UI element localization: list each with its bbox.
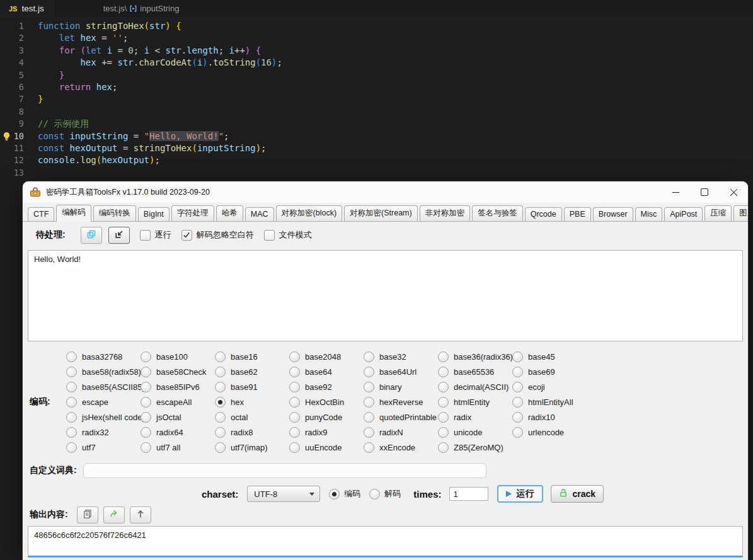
tab-string-process[interactable]: 字符处理 xyxy=(171,205,214,221)
radio-binary[interactable]: binary xyxy=(364,382,438,392)
tab-asymmetric[interactable]: 非对称加密 xyxy=(420,205,471,221)
editor-tab-testjs[interactable]: JS test.js xyxy=(0,0,54,17)
maximize-button[interactable] xyxy=(690,181,719,203)
radio-hex[interactable]: hex xyxy=(215,397,289,408)
code-line: 11const hexOutput = stringToHex(inputStr… xyxy=(0,142,753,154)
radio-base16[interactable]: base16 xyxy=(215,351,289,362)
radio-radix10[interactable]: radix10 xyxy=(512,412,587,423)
checkbox-[interactable]: 文件模式 xyxy=(264,229,312,241)
radio-base85ipv6[interactable]: base85IPv6 xyxy=(141,382,215,392)
charset-dropdown[interactable]: UTF-8 xyxy=(247,486,320,502)
tab-symmetric-stream[interactable]: 对称加密(Stream) xyxy=(344,205,418,221)
preprocess-label: 待处理: xyxy=(36,229,66,241)
radio-base2048[interactable]: base2048 xyxy=(289,351,364,362)
breadcrumb[interactable]: test.js\ inputString xyxy=(103,4,180,13)
window-titlebar[interactable]: 密码学工具箱ToolsFx v1.17.0 build 2023-09-20 xyxy=(23,181,748,203)
radio-base92[interactable]: base92 xyxy=(289,382,364,392)
radio-punycode[interactable]: punyCode xyxy=(289,412,364,423)
code-line: 4 hex += str.charCodeAt(i).toString(16); xyxy=(0,57,753,69)
tab-codec[interactable]: 编解码 xyxy=(56,205,91,222)
radio-base91[interactable]: base91 xyxy=(215,382,289,392)
radio-radix9[interactable]: radix9 xyxy=(289,427,364,438)
radio-base85-ascii85[interactable]: base85(ASCII85) xyxy=(66,382,141,392)
radio-escapeall[interactable]: escapeAll xyxy=(141,397,215,408)
radio-radix32[interactable]: radix32 xyxy=(66,427,141,438)
tab-signature[interactable]: 签名与验签 xyxy=(472,205,523,221)
radio-radixn[interactable]: radixN xyxy=(364,427,438,438)
times-input[interactable] xyxy=(449,487,488,501)
mode-encode-radio[interactable]: 编码 xyxy=(329,488,360,500)
lightbulb-icon[interactable] xyxy=(2,132,11,141)
tab-compression[interactable]: 压缩 xyxy=(704,205,732,221)
toolsfx-window: 密码学工具箱ToolsFx v1.17.0 build 2023-09-20 C… xyxy=(23,181,748,560)
radio-utf7-imap[interactable]: utf7(imap) xyxy=(215,442,289,453)
radio-unicode[interactable]: unicode xyxy=(438,427,512,438)
copy-output-button[interactable] xyxy=(77,506,98,523)
crack-button[interactable]: crack xyxy=(551,485,604,503)
dict-input[interactable] xyxy=(83,463,486,478)
radio-urlencode[interactable]: urlencode xyxy=(512,427,587,438)
radio-base62[interactable]: base62 xyxy=(215,367,289,377)
tab-encoding-conversion[interactable]: 编码转换 xyxy=(93,205,136,221)
radio-z85-zeromq[interactable]: Z85(ZeroMQ) xyxy=(438,442,512,453)
move-up-button[interactable] xyxy=(130,506,151,523)
radio-jsoctal[interactable]: jsOctal xyxy=(141,412,215,423)
radio-decimal-ascii[interactable]: decimal(ASCII) xyxy=(438,382,512,392)
line-number: 3 xyxy=(0,45,24,57)
tab-ctf[interactable]: CTF xyxy=(28,207,54,221)
radio-utf7-all[interactable]: utf7 all xyxy=(141,442,215,453)
radio-quotedprintable[interactable]: quotedPrintable xyxy=(364,412,438,423)
output-textarea[interactable]: 48656c6c6f2c20576f726c6421 xyxy=(28,526,743,557)
line-number: 5 xyxy=(0,69,24,81)
tab-bigint[interactable]: BigInt xyxy=(138,207,170,221)
code-area[interactable]: 1function stringToHex(str) {2 let hex = … xyxy=(0,17,753,179)
radio-base58check[interactable]: base58Check xyxy=(141,367,215,377)
run-button[interactable]: 运行 xyxy=(497,485,543,503)
radio-octal[interactable]: octal xyxy=(215,412,289,423)
radio-ecoji[interactable]: ecoji xyxy=(512,382,587,392)
radio-base64[interactable]: base64 xyxy=(289,367,364,377)
tab-hash[interactable]: 哈希 xyxy=(216,205,243,221)
tab-qrcode[interactable]: Qrcode xyxy=(525,207,562,221)
radio-base69[interactable]: base69 xyxy=(512,367,587,377)
radio-base65536[interactable]: base65536 xyxy=(438,367,512,377)
radio-htmlentity[interactable]: htmlEntity xyxy=(438,397,512,408)
chevron-down-icon xyxy=(309,493,314,496)
line-number: 6 xyxy=(0,81,24,93)
tab-browser[interactable]: Browser xyxy=(593,207,633,221)
radio-basa32768[interactable]: basa32768 xyxy=(66,351,141,362)
radio-radix8[interactable]: radix8 xyxy=(215,427,289,438)
radio-base58-radix58[interactable]: base58(radix58) xyxy=(66,367,141,377)
radio-hexoctbin[interactable]: HexOctBin xyxy=(289,397,364,408)
close-button[interactable] xyxy=(719,181,748,203)
radio-uuencode[interactable]: uuEncode xyxy=(289,442,364,453)
input-textarea[interactable]: Hello, World! xyxy=(28,250,743,341)
tab-misc[interactable]: Misc xyxy=(635,207,663,221)
minimize-icon xyxy=(672,192,679,193)
radio-base64url[interactable]: base64Url xyxy=(364,367,438,377)
radio-radix[interactable]: radix xyxy=(438,412,512,423)
radio-escape[interactable]: escape xyxy=(66,397,141,408)
radio-base32[interactable]: base32 xyxy=(364,351,438,362)
radio-radix64[interactable]: radix64 xyxy=(141,427,215,438)
duplicate-button[interactable] xyxy=(81,227,102,244)
radio-xxencode[interactable]: xxEncode xyxy=(364,442,438,453)
tab-symmetric-block[interactable]: 对称加密(block) xyxy=(276,205,343,221)
tab-apipost[interactable]: ApiPost xyxy=(664,207,703,221)
radio-base36-radix36[interactable]: base36(radix36) xyxy=(438,351,512,362)
tab-image[interactable]: 图片模块 xyxy=(733,205,748,221)
radio-base45[interactable]: base45 xyxy=(512,351,587,362)
checkbox-[interactable]: 解码忽略空白符 xyxy=(181,229,254,241)
checkbox-[interactable]: 逐行 xyxy=(140,229,171,241)
radio-jshex-shell-code[interactable]: jsHex(shell code) xyxy=(66,412,141,423)
radio-utf7[interactable]: utf7 xyxy=(66,442,141,453)
radio-base100[interactable]: base100 xyxy=(141,351,215,362)
minimize-button[interactable] xyxy=(661,181,690,203)
radio-htmlentityall[interactable]: htmlEntityAll xyxy=(512,397,587,408)
radio-hexreverse[interactable]: hexReverse xyxy=(364,397,438,408)
tab-pbe[interactable]: PBE xyxy=(564,207,591,221)
mode-decode-radio[interactable]: 解码 xyxy=(369,488,401,500)
share-output-button[interactable] xyxy=(103,506,125,523)
tab-mac[interactable]: MAC xyxy=(245,207,274,221)
import-button[interactable] xyxy=(108,227,130,244)
